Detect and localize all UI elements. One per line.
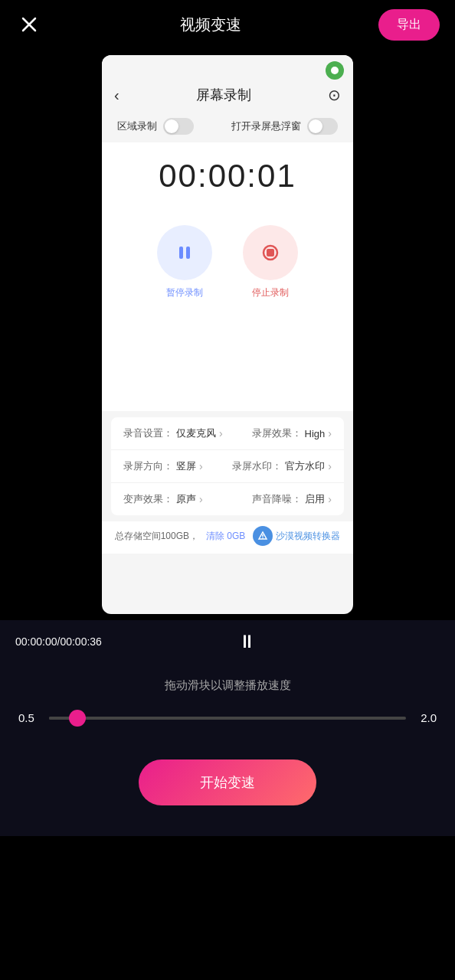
orientation-key: 录屏方向： xyxy=(123,459,173,473)
noise-key: 声音降噪： xyxy=(252,492,302,506)
svg-rect-2 xyxy=(179,247,183,259)
top-bar: 视频变速 导出 xyxy=(0,0,455,49)
export-button[interactable]: 导出 xyxy=(378,9,440,41)
noise-val: 启用 xyxy=(305,492,325,506)
spacer-top xyxy=(102,202,353,210)
settings-icon[interactable]: ⊙ xyxy=(328,86,341,104)
slider-thumb[interactable] xyxy=(69,710,86,727)
stop-circle xyxy=(243,225,298,280)
toggle-row: 区域录制 打开录屏悬浮窗 xyxy=(102,110,353,142)
play-pause-button[interactable]: ⏸ xyxy=(238,631,257,652)
area-record-switch[interactable] xyxy=(163,118,194,135)
settings-left-3: 变声效果： 原声 › xyxy=(123,492,228,506)
voice-key: 变声效果： xyxy=(123,492,173,506)
main-layout: 视频变速 导出 ‹ 屏幕录制 ⊙ 区域录制 xyxy=(0,0,455,836)
svg-rect-5 xyxy=(267,249,274,256)
settings-right-3: 声音降噪： 启用 › xyxy=(228,492,332,506)
settings-row-3: 变声效果： 原声 › 声音降噪： 启用 › xyxy=(111,483,344,515)
area-record-toggle-item: 区域录制 xyxy=(117,118,194,135)
pause-label: 暂停录制 xyxy=(166,286,203,299)
bottom-bar: 总存储空间100GB， 清除 0GB 沙漠视频转换器 xyxy=(102,521,353,554)
area-record-label: 区域录制 xyxy=(117,119,157,133)
slider-track[interactable] xyxy=(49,717,406,720)
controls-section: 暂停录制 停止录制 xyxy=(102,210,353,312)
voice-val: 原声 xyxy=(176,492,196,506)
settings-right-1: 录屏效果： High › xyxy=(228,426,332,440)
timeline-bar: 00:00:00/00:00:36 ⏸ xyxy=(0,620,455,663)
watermark-area: 沙漠视频转换器 xyxy=(253,526,340,546)
orientation-arrow-icon[interactable]: › xyxy=(199,460,203,472)
phone-wrapper: ‹ 屏幕录制 ⊙ 区域录制 打开录屏悬浮窗 00:00:01 xyxy=(0,49,455,620)
current-time: 00:00:00 xyxy=(15,635,57,648)
float-window-toggle-item: 打开录屏悬浮窗 xyxy=(231,118,338,135)
slider-max-label: 2.0 xyxy=(415,711,437,724)
quality-arrow-icon[interactable]: › xyxy=(328,427,332,439)
watermark-text: 沙漠视频转换器 xyxy=(276,530,340,543)
stop-control[interactable]: 停止录制 xyxy=(243,225,298,299)
timer-display: 00:00:01 xyxy=(102,158,353,194)
settings-left-2: 录屏方向： 竖屏 › xyxy=(123,459,228,473)
settings-row-1: 录音设置： 仅麦克风 › 录屏效果： High › xyxy=(111,417,344,450)
slider-min-label: 0.5 xyxy=(18,711,40,724)
screen-title: 屏幕录制 xyxy=(196,86,251,104)
close-button[interactable] xyxy=(15,11,43,38)
watermark-icon xyxy=(253,526,273,546)
start-speed-button[interactable]: 开始变速 xyxy=(139,760,316,805)
svg-point-8 xyxy=(263,537,264,539)
svg-rect-3 xyxy=(186,247,190,259)
page-title: 视频变速 xyxy=(180,15,241,35)
voice-arrow-icon[interactable]: › xyxy=(199,493,203,505)
quality-key: 录屏效果： xyxy=(252,426,302,440)
speed-section: 拖动滑块以调整播放速度 0.5 2.0 xyxy=(0,663,455,737)
audio-arrow-icon[interactable]: › xyxy=(219,427,223,439)
start-btn-section: 开始变速 xyxy=(0,737,455,836)
storage-total: 总存储空间100GB， xyxy=(115,530,198,543)
slider-container: 0.5 2.0 xyxy=(15,711,440,724)
orientation-val: 竖屏 xyxy=(176,459,196,473)
pause-circle xyxy=(157,225,212,280)
pause-control[interactable]: 暂停录制 xyxy=(157,225,212,299)
float-window-switch[interactable] xyxy=(307,118,338,135)
screen-status-bar xyxy=(102,55,353,83)
watermark-val: 官方水印 xyxy=(285,459,325,473)
settings-right-2: 录屏水印： 官方水印 › xyxy=(228,459,332,473)
recording-dot-inner xyxy=(331,67,339,74)
timeline-time: 00:00:00/00:00:36 xyxy=(15,635,102,648)
back-arrow-icon[interactable]: ‹ xyxy=(114,87,119,104)
recording-dot xyxy=(326,61,344,80)
quality-val: High xyxy=(305,428,326,439)
settings-list: 录音设置： 仅麦克风 › 录屏效果： High › 录屏方向： 竖屏 xyxy=(111,417,344,515)
phone-screen: ‹ 屏幕录制 ⊙ 区域录制 打开录屏悬浮窗 00:00:01 xyxy=(102,55,353,614)
audio-setting-key: 录音设置： xyxy=(123,426,173,440)
empty-space xyxy=(102,312,353,411)
settings-row-2: 录屏方向： 竖屏 › 录屏水印： 官方水印 › xyxy=(111,450,344,483)
storage-watermark-row: 总存储空间100GB， 清除 0GB 沙漠视频转换器 xyxy=(115,526,341,546)
watermark-arrow-icon[interactable]: › xyxy=(328,460,332,472)
settings-left-1: 录音设置： 仅麦克风 › xyxy=(123,426,228,440)
noise-arrow-icon[interactable]: › xyxy=(328,493,332,505)
total-time: 00:00:36 xyxy=(60,635,102,648)
storage-used: 清除 0GB xyxy=(206,530,245,543)
audio-setting-val: 仅麦克风 xyxy=(176,426,216,440)
float-window-label: 打开录屏悬浮窗 xyxy=(231,119,301,133)
screen-header: ‹ 屏幕录制 ⊙ xyxy=(102,83,353,110)
speed-label: 拖动滑块以调整播放速度 xyxy=(15,678,440,693)
watermark-key: 录屏水印： xyxy=(232,459,282,473)
stop-label: 停止录制 xyxy=(252,286,289,299)
timer-section: 00:00:01 xyxy=(102,142,353,202)
